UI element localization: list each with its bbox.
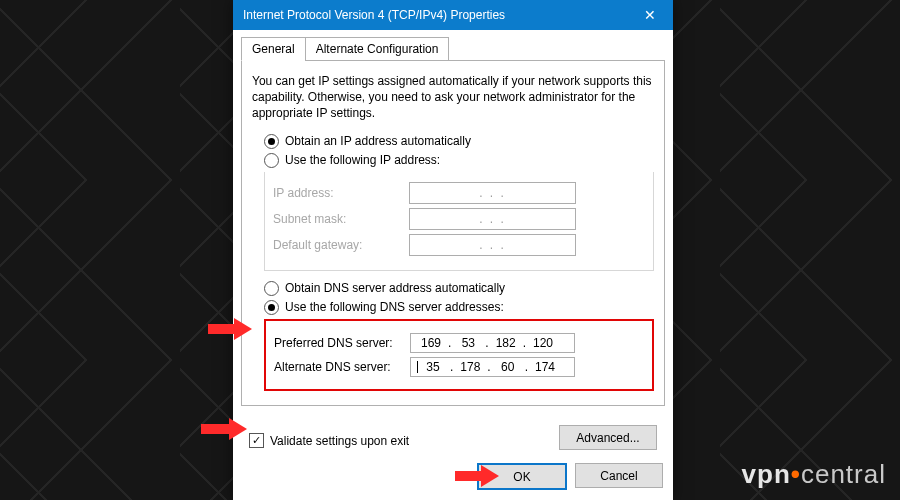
validate-checkbox[interactable]: ✓ Validate settings upon exit xyxy=(249,433,409,448)
radio-icon xyxy=(264,281,279,296)
radio-icon xyxy=(264,300,279,315)
row-subnet-mask: Subnet mask: . . . xyxy=(273,208,645,230)
radio-icon xyxy=(264,134,279,149)
subnet-mask-input: . . . xyxy=(409,208,576,230)
close-button[interactable]: ✕ xyxy=(627,0,673,30)
dialog-button-row: OK Cancel xyxy=(233,463,673,490)
dns-group: Obtain DNS server address automatically … xyxy=(264,281,654,391)
radio-dns-manual[interactable]: Use the following DNS server addresses: xyxy=(264,300,654,315)
tab-alternate-configuration[interactable]: Alternate Configuration xyxy=(305,37,450,61)
radio-ip-manual[interactable]: Use the following IP address: xyxy=(264,153,654,168)
annotation-arrow-icon xyxy=(455,465,499,487)
field-label: Subnet mask: xyxy=(273,212,409,226)
radio-icon xyxy=(264,153,279,168)
cancel-button[interactable]: Cancel xyxy=(575,463,663,488)
dns-fieldset-highlight: Preferred DNS server: 169. 53. 182. 120 … xyxy=(264,319,654,391)
intro-text: You can get IP settings assigned automat… xyxy=(252,73,654,122)
row-preferred-dns: Preferred DNS server: 169. 53. 182. 120 xyxy=(274,333,644,353)
tab-general[interactable]: General xyxy=(241,37,306,61)
radio-label: Use the following DNS server addresses: xyxy=(285,300,504,314)
field-label: Default gateway: xyxy=(273,238,409,252)
radio-label: Obtain an IP address automatically xyxy=(285,134,471,148)
preferred-dns-input[interactable]: 169. 53. 182. 120 xyxy=(410,333,575,353)
field-label: IP address: xyxy=(273,186,409,200)
ip-address-input: . . . xyxy=(409,182,576,204)
radio-dns-auto[interactable]: Obtain DNS server address automatically xyxy=(264,281,654,296)
desktop-background: Internet Protocol Version 4 (TCP/IPv4) P… xyxy=(0,0,900,500)
advanced-button[interactable]: Advanced... xyxy=(559,425,657,450)
titlebar[interactable]: Internet Protocol Version 4 (TCP/IPv4) P… xyxy=(233,0,673,30)
close-icon: ✕ xyxy=(644,7,656,23)
row-default-gateway: Default gateway: . . . xyxy=(273,234,645,256)
field-label: Alternate DNS server: xyxy=(274,360,410,374)
radio-label: Obtain DNS server address automatically xyxy=(285,281,505,295)
ip-group: Obtain an IP address automatically Use t… xyxy=(264,134,654,271)
annotation-arrow-icon xyxy=(201,418,247,440)
properties-dialog: Internet Protocol Version 4 (TCP/IPv4) P… xyxy=(233,0,673,500)
annotation-arrow-icon xyxy=(208,318,252,340)
alternate-dns-input[interactable]: 35. 178. 60. 174 xyxy=(410,357,575,377)
field-label: Preferred DNS server: xyxy=(274,336,410,350)
row-ip-address: IP address: . . . xyxy=(273,182,645,204)
watermark-logo: vpn•central xyxy=(742,459,886,490)
tab-panel-general: You can get IP settings assigned automat… xyxy=(241,61,665,406)
radio-label: Use the following IP address: xyxy=(285,153,440,167)
window-title: Internet Protocol Version 4 (TCP/IPv4) P… xyxy=(233,8,505,22)
text-cursor-icon xyxy=(417,361,418,373)
checkmark-icon: ✓ xyxy=(249,433,264,448)
dialog-body: General Alternate Configuration You can … xyxy=(233,30,673,500)
checkbox-label: Validate settings upon exit xyxy=(270,434,409,448)
radio-ip-auto[interactable]: Obtain an IP address automatically xyxy=(264,134,654,149)
row-alternate-dns: Alternate DNS server: 35. 178. 60. 174 xyxy=(274,357,644,377)
ip-fieldset: IP address: . . . Subnet mask: . . . Def… xyxy=(264,172,654,271)
tab-strip: General Alternate Configuration xyxy=(241,36,665,61)
default-gateway-input: . . . xyxy=(409,234,576,256)
